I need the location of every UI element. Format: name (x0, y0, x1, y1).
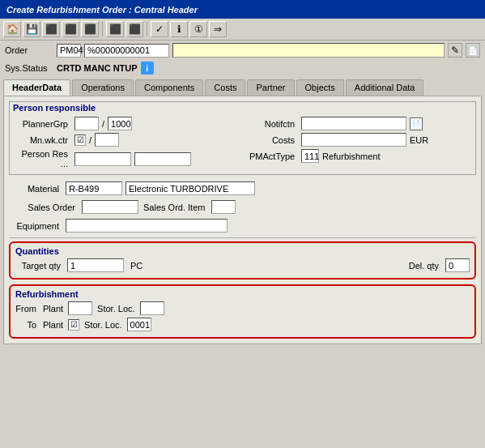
equipment-label: Equipment (14, 221, 62, 231)
title-bar: Create Refurbishment Order : Central Hea… (0, 0, 485, 19)
material-row: Material R-B499 Electronic TURBODRIVE (9, 180, 476, 197)
toolbar-btn-list[interactable]: ⬛ (126, 21, 143, 37)
main-content: Person responsible PlannerGrp / 1000 (3, 96, 482, 344)
notifctn-row: Notifctn 📄 (249, 117, 470, 130)
planner-grp-row: PlannerGrp / 1000 (15, 117, 241, 130)
toolbar-btn-info[interactable]: ℹ (170, 21, 188, 37)
order-number-field[interactable]: %00000000001 (84, 44, 169, 58)
person-responsible-body: PlannerGrp / 1000 Mn.wk.ctr ☑ / (10, 113, 475, 174)
refurb-to-row: To Plant ☑ Stor. Loc. 0001 (15, 318, 470, 331)
sys-status-bar: Sys.Status CRTD MANC NTUP i (0, 60, 485, 76)
refurbishment-title: Refurbishment (15, 289, 470, 299)
notifctn-page-icon[interactable]: 📄 (410, 117, 423, 130)
refurb-from-plant-label: Plant (43, 304, 63, 314)
target-qty-label: Target qty (15, 261, 64, 271)
pm-act-type-input[interactable]: 111 (301, 149, 319, 163)
del-qty-label: Del. qty (409, 261, 439, 271)
person-responsible-columns: PlannerGrp / 1000 Mn.wk.ctr ☑ / (15, 117, 470, 171)
target-qty-unit: PC (130, 261, 143, 271)
sales-order-row: Sales Order (14, 200, 138, 214)
refurb-from-stor-loc-label: Stor. Loc. (97, 304, 134, 314)
edit-icon-btn[interactable]: ✎ (448, 43, 462, 58)
toolbar-btn-circle[interactable]: ① (189, 21, 207, 37)
person-res-label: Person Res ... (15, 149, 71, 169)
tab-costs[interactable]: Costs (205, 79, 245, 96)
toolbar-btn-home[interactable]: 🏠 (3, 21, 21, 37)
planner-grp-label: PlannerGrp (15, 119, 71, 129)
sales-order-input[interactable] (82, 200, 138, 214)
sys-status-label: Sys.Status (5, 63, 53, 73)
costs-input[interactable] (301, 133, 406, 147)
separator-1 (9, 237, 476, 238)
sales-order-label: Sales Order (14, 203, 79, 212)
quantities-row: Target qty 1 PC Del. qty 0 (15, 258, 470, 272)
order-bar: Order PM04 %00000000001 ✎ 📄 (0, 41, 485, 60)
tab-header-data[interactable]: HeaderData (3, 79, 70, 96)
refurbishment-section: Refurbishment From Plant Stor. Loc. To P… (9, 284, 476, 339)
title-text: Create Refurbishment Order : Central Hea… (6, 5, 198, 15)
sys-status-info-icon[interactable]: i (141, 62, 154, 75)
order-type-field[interactable]: PM04 (57, 44, 81, 58)
mn-wk-ctr-input[interactable] (95, 133, 119, 147)
mn-wk-ctr-checkbox[interactable]: ☑ (74, 134, 86, 146)
person-res-input1[interactable] (74, 152, 131, 166)
toolbar-btn-doc[interactable]: ⬛ (106, 21, 124, 37)
tab-components[interactable]: Components (135, 79, 203, 96)
pm-act-type-desc: Refurbishment (322, 151, 381, 161)
toolbar: 🏠 💾 ⬛ ⬛ ⬛ ⬛ ⬛ ✓ ℹ ① ⇒ (0, 19, 485, 41)
del-qty-input[interactable]: 0 (445, 258, 470, 272)
person-responsible-left: PlannerGrp / 1000 Mn.wk.ctr ☑ / (15, 117, 241, 171)
material-code-input[interactable]: R-B499 (66, 181, 122, 195)
toolbar-sep-2 (147, 22, 147, 36)
toolbar-sep-1 (102, 22, 103, 36)
person-responsible-title: Person responsible (10, 102, 475, 113)
toolbar-btn-check[interactable]: ✓ (151, 21, 168, 37)
sales-order-container: Sales Order Sales Ord. Item (9, 198, 476, 215)
toolbar-btn-arrow[interactable]: ⇒ (209, 21, 227, 37)
material-label: Material (14, 184, 62, 194)
equipment-row: Equipment (9, 217, 476, 234)
person-res-row: Person Res ... (15, 149, 241, 169)
quantities-section: Quantities Target qty 1 PC Del. qty 0 (9, 241, 476, 279)
order-number-value: %00000000001 (87, 45, 150, 55)
notifctn-input[interactable] (301, 117, 406, 130)
pm-act-type-row: PMActType 111 Refurbishment (249, 149, 470, 163)
tab-operations[interactable]: Operations (72, 79, 134, 96)
refurb-from-row: From Plant Stor. Loc. (15, 301, 470, 315)
notifctn-label: Notifctn (249, 119, 298, 129)
tab-additional-data[interactable]: Additional Data (346, 79, 424, 96)
tabs-container: HeaderData Operations Components Costs P… (0, 76, 485, 96)
refurb-from-label: From (15, 304, 40, 314)
tab-partner[interactable]: Partner (247, 79, 294, 96)
material-desc-input[interactable]: Electronic TURBODRIVE (126, 181, 255, 195)
toolbar-btn-copy[interactable]: ⬛ (42, 21, 60, 37)
mn-wk-ctr-sep: / (89, 135, 91, 145)
refurb-from-stor-loc-input[interactable] (140, 301, 164, 315)
toolbar-btn-settings[interactable]: ⬛ (62, 21, 79, 37)
sys-status-value: CRTD MANC NTUP (57, 63, 138, 73)
planner-grp-input[interactable] (74, 117, 99, 130)
mn-wk-ctr-label: Mn.wk.ctr (15, 135, 71, 145)
sales-ord-item-input[interactable] (211, 200, 236, 214)
page-icon-btn[interactable]: 📄 (466, 43, 480, 58)
tab-objects[interactable]: Objects (296, 79, 344, 96)
order-label: Order (5, 45, 53, 55)
refurb-to-stor-loc-input[interactable]: 0001 (127, 318, 151, 331)
order-description-field[interactable] (172, 43, 445, 58)
refurb-from-plant-input[interactable] (68, 301, 92, 315)
planner-grp-value2[interactable]: 1000 (108, 117, 132, 130)
refurb-to-plant-checkbox[interactable]: ☑ (68, 319, 79, 331)
person-res-input2[interactable] (134, 152, 191, 166)
planner-grp-sep: / (102, 119, 104, 129)
toolbar-btn-tool[interactable]: ⬛ (81, 21, 99, 37)
costs-currency: EUR (410, 135, 428, 145)
toolbar-btn-save[interactable]: 💾 (23, 21, 40, 37)
person-responsible-right: Notifctn 📄 Costs EUR PMActType 1 (249, 117, 470, 171)
order-type-value: PM04 (60, 45, 83, 55)
quantities-title: Quantities (15, 246, 470, 256)
refurb-to-label: To (15, 320, 40, 330)
costs-row: Costs EUR (249, 133, 470, 147)
target-qty-input[interactable]: 1 (67, 258, 124, 272)
equipment-input[interactable] (66, 219, 228, 233)
refurb-to-plant-label: Plant (43, 320, 63, 330)
